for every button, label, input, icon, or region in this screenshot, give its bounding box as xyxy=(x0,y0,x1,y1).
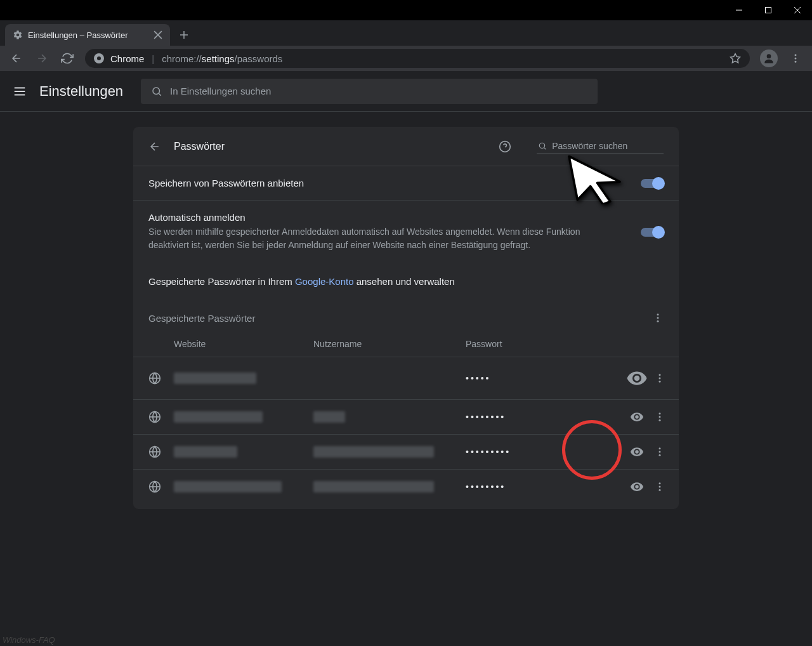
website-redacted xyxy=(174,411,263,423)
globe-icon xyxy=(148,411,161,423)
chrome-icon xyxy=(94,53,104,63)
window-close-button[interactable] xyxy=(783,0,812,20)
col-user-header: Nutzername xyxy=(313,339,466,349)
offer-save-passwords-toggle[interactable] xyxy=(641,179,664,188)
row-more-button[interactable] xyxy=(648,372,671,384)
settings-search-input[interactable]: In Einstellungen suchen xyxy=(141,79,598,104)
manage-google-account-text: Gespeicherte Passwörter in Ihrem Google-… xyxy=(133,263,679,300)
saved-passwords-header: Gespeicherte Passwörter xyxy=(148,313,255,324)
svg-point-12 xyxy=(795,61,797,63)
show-password-button[interactable] xyxy=(625,410,648,424)
google-account-link[interactable]: Google-Konto xyxy=(295,276,354,287)
password-masked: •••••••• xyxy=(466,482,625,492)
password-masked: ••••• xyxy=(466,373,625,383)
svg-point-28 xyxy=(659,378,661,379)
nav-back-button[interactable] xyxy=(5,47,28,70)
browser-menu-button[interactable] xyxy=(784,47,807,70)
svg-point-44 xyxy=(659,489,661,491)
password-row: ••••• xyxy=(133,357,679,399)
svg-point-9 xyxy=(767,54,771,58)
row-more-button[interactable] xyxy=(648,446,671,458)
nav-forward-button[interactable] xyxy=(30,47,53,70)
website-redacted xyxy=(174,372,256,384)
password-search-field[interactable] xyxy=(537,138,664,154)
website-redacted xyxy=(174,446,237,458)
col-password-header: Passwort xyxy=(466,339,664,349)
globe-icon xyxy=(148,480,161,493)
window-titlebar xyxy=(0,0,812,20)
chrome-label: Chrome xyxy=(110,53,144,64)
show-password-button[interactable] xyxy=(625,367,648,389)
globe-icon xyxy=(148,372,161,385)
password-masked: •••••••• xyxy=(466,412,625,422)
username-redacted xyxy=(313,446,434,458)
svg-line-17 xyxy=(159,93,161,95)
content-scroll-area[interactable]: Passwörter Speichern von Passwörtern anb… xyxy=(0,112,812,646)
window-minimize-button[interactable] xyxy=(724,0,754,20)
show-password-button[interactable] xyxy=(625,445,648,459)
watermark-text: Windows-FAQ xyxy=(3,635,55,645)
svg-marker-8 xyxy=(731,54,740,63)
nav-reload-button[interactable] xyxy=(56,47,79,70)
svg-rect-1 xyxy=(766,8,771,13)
settings-title: Einstellungen xyxy=(39,83,123,100)
username-redacted xyxy=(313,481,434,492)
search-icon xyxy=(538,141,547,151)
auto-signin-description: Sie werden mithilfe gespeicherter Anmeld… xyxy=(148,225,593,252)
tab-title: Einstellungen – Passwörter xyxy=(28,30,128,40)
svg-point-27 xyxy=(659,374,661,376)
svg-point-38 xyxy=(659,451,661,453)
password-search-input[interactable] xyxy=(552,141,662,151)
back-arrow-button[interactable] xyxy=(148,140,161,153)
table-header: Website Nutzername Passwort xyxy=(133,329,679,357)
password-row: •••••••• xyxy=(133,469,679,504)
address-bar: Chrome | chrome://settings/passwords xyxy=(0,46,812,71)
show-password-button[interactable] xyxy=(625,480,648,494)
website-redacted xyxy=(174,481,282,492)
row-more-button[interactable] xyxy=(648,481,671,492)
svg-point-34 xyxy=(659,419,661,421)
new-tab-button[interactable] xyxy=(175,26,193,44)
window-maximize-button[interactable] xyxy=(754,0,783,20)
password-masked: ••••••••• xyxy=(466,447,625,457)
svg-point-22 xyxy=(657,313,659,315)
svg-point-37 xyxy=(659,447,661,449)
gear-icon xyxy=(13,30,23,40)
auto-signin-toggle[interactable] xyxy=(641,228,664,237)
profile-avatar-button[interactable] xyxy=(760,49,778,67)
svg-point-20 xyxy=(539,143,544,148)
svg-point-29 xyxy=(659,381,661,383)
col-website-header: Website xyxy=(174,339,313,349)
url-text: chrome://settings/passwords xyxy=(162,53,282,64)
svg-point-33 xyxy=(659,416,661,418)
help-icon[interactable] xyxy=(499,140,511,153)
svg-point-11 xyxy=(795,58,797,60)
card-title: Passwörter xyxy=(174,141,225,152)
saved-passwords-more-button[interactable] xyxy=(652,312,664,324)
hamburger-menu-icon[interactable] xyxy=(13,84,27,98)
tab-settings-passwords[interactable]: Einstellungen – Passwörter xyxy=(5,24,170,46)
username-redacted xyxy=(313,411,345,423)
svg-point-10 xyxy=(795,54,797,56)
svg-point-39 xyxy=(659,454,661,456)
svg-point-43 xyxy=(659,486,661,488)
close-icon[interactable] xyxy=(154,30,162,39)
svg-line-21 xyxy=(544,148,546,150)
settings-header: Einstellungen In Einstellungen suchen xyxy=(0,71,812,112)
row-more-button[interactable] xyxy=(648,411,671,423)
password-row: •••••••• xyxy=(133,399,679,434)
svg-point-42 xyxy=(659,482,661,484)
bookmark-star-icon[interactable] xyxy=(730,53,741,64)
password-row: ••••••••• xyxy=(133,434,679,469)
passwords-card: Passwörter Speichern von Passwörtern anb… xyxy=(133,127,679,509)
svg-point-24 xyxy=(657,320,659,322)
auto-signin-label: Automatisch anmelden xyxy=(148,212,641,223)
svg-point-32 xyxy=(659,412,661,414)
svg-point-16 xyxy=(153,88,160,95)
offer-save-passwords-label: Speichern von Passwörtern anbieten xyxy=(148,178,641,188)
globe-icon xyxy=(148,445,161,458)
svg-point-23 xyxy=(657,317,659,319)
search-icon xyxy=(151,86,162,97)
omnibox[interactable]: Chrome | chrome://settings/passwords xyxy=(85,49,750,68)
tab-strip: Einstellungen – Passwörter xyxy=(0,20,812,46)
